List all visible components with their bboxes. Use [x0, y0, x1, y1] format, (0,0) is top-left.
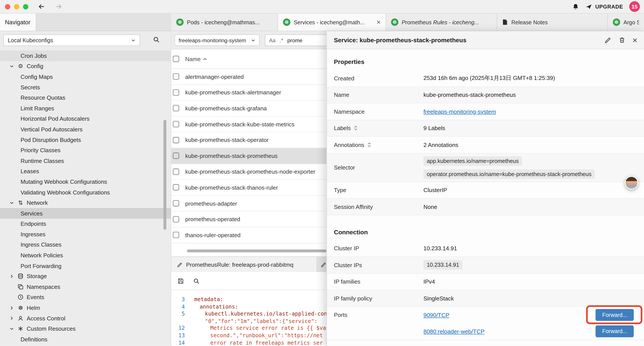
table-row[interactable]: kube-prometheus-stack-thanos-ruler — [171, 180, 326, 196]
match-case-toggle[interactable]: Aa — [269, 37, 276, 43]
sidebar-item-endpoints[interactable]: Endpoints — [0, 219, 171, 229]
save-icon[interactable] — [177, 278, 184, 284]
sidebar-item-ingress-classes[interactable]: Ingress Classes — [0, 240, 171, 250]
sidebar-item-network-policies[interactable]: Network Policies — [0, 250, 171, 261]
horizontal-scrollbar-thumb[interactable] — [187, 249, 326, 252]
row-checkbox[interactable] — [173, 153, 179, 159]
notification-count-badge[interactable]: 15 — [629, 1, 640, 12]
edit-icon[interactable] — [604, 36, 612, 43]
namespace-selector[interactable]: freeleaps-monitoring-system — [174, 34, 260, 46]
sidebar-item-leases[interactable]: Leases — [0, 166, 171, 177]
sidebar-item-priority-classes[interactable]: Priority Classes — [0, 145, 171, 155]
sidebar-search-icon[interactable] — [153, 36, 160, 43]
sidebar-item-namespaces[interactable]: Namespaces — [0, 281, 171, 292]
kubeconfig-selector[interactable]: Local Kubeconfigs — [3, 34, 140, 46]
row-checkbox[interactable] — [173, 184, 179, 191]
expand-toggle-icon[interactable] — [354, 125, 358, 131]
chevron-down-icon[interactable] — [9, 201, 14, 205]
sidebar-item-custom-resources[interactable]: Custom Resources — [0, 324, 171, 334]
tab-prometheus-rules-icecheng[interactable]: ☸Prometheus Rules - icecheng... — [386, 13, 497, 31]
value-link[interactable]: freeleaps-monitoring-system — [424, 108, 496, 115]
row-checkbox[interactable] — [173, 200, 179, 206]
table-row[interactable]: alertmanager-operated — [171, 69, 326, 85]
close-icon[interactable]: × — [632, 36, 638, 44]
sidebar-item-secrets[interactable]: Secrets — [0, 82, 171, 92]
sidebar-item-services[interactable]: Services — [0, 208, 171, 219]
close-tab-icon[interactable]: × — [376, 19, 381, 26]
user-avatar[interactable] — [625, 176, 638, 190]
row-checkbox[interactable] — [173, 137, 179, 143]
tab-argo-s[interactable]: ☸Argo S — [608, 13, 644, 31]
select-all-checkbox[interactable] — [173, 56, 179, 62]
table-row[interactable]: kube-prometheus-stack-operator — [171, 132, 326, 148]
chevron-right-icon[interactable] — [9, 316, 14, 321]
port-link[interactable]: 9090/TCP — [424, 312, 449, 318]
port-link[interactable]: 8080:reloader-web/TCP — [424, 328, 485, 335]
row-checkbox[interactable] — [173, 216, 179, 222]
chevron-right-icon[interactable] — [9, 306, 14, 310]
dock-tab-prometheusrule[interactable]: PrometheusRule: freeleaps-prod-rabbitmq — [171, 257, 317, 272]
table-row[interactable]: kube-prometheus-stack-kube-state-metrics — [171, 116, 326, 132]
sidebar-item-helm[interactable]: ☸Helm — [0, 303, 171, 313]
table-row[interactable]: kube-prometheus-stack-grafana — [171, 100, 326, 116]
tab-release-notes[interactable]: Release Notes — [497, 13, 608, 31]
row-checkbox[interactable] — [173, 105, 179, 111]
sidebar-item-horizontal-pod-autoscalers[interactable]: Horizontal Pod Autoscalers — [0, 113, 171, 124]
tab-services-icecheng-math[interactable]: ☸Services - icecheng@math...× — [278, 13, 386, 31]
sidebar-item-storage[interactable]: Storage — [0, 271, 171, 282]
sidebar-item-runtime-classes[interactable]: Runtime Classes — [0, 155, 171, 166]
sidebar-item-config-maps[interactable]: Config Maps — [0, 71, 171, 82]
drawer-row-name: Namekube-prometheus-stack-prometheus — [327, 87, 644, 103]
window-minimize-button[interactable] — [14, 4, 19, 9]
notifications-bell-icon[interactable] — [572, 3, 579, 10]
sidebar-item-network[interactable]: ⇅Network — [0, 198, 171, 208]
chevron-down-icon[interactable] — [9, 327, 14, 331]
row-checkbox[interactable] — [173, 169, 179, 175]
table-row[interactable]: prometheus-adapter — [171, 196, 326, 211]
regex-toggle[interactable]: .* — [280, 37, 283, 43]
row-checkbox[interactable] — [173, 74, 179, 80]
table-row[interactable]: kube-prometheus-stack-prometheus — [171, 148, 326, 164]
expand-toggle-icon[interactable] — [367, 142, 371, 148]
sidebar-item-resource-quotas[interactable]: Resource Quotas — [0, 92, 171, 103]
kubeconfig-selector-value: Local Kubeconfigs — [8, 37, 53, 43]
sidebar-item-events[interactable]: Events — [0, 292, 171, 303]
drawer-row-value: 2 Annotations — [424, 141, 634, 148]
trash-icon[interactable] — [618, 36, 625, 43]
sidebar-item-limit-ranges[interactable]: Limit Ranges — [0, 103, 171, 113]
sidebar-item-validating-webhook-configurations[interactable]: Validating Webhook Configurations — [0, 187, 171, 198]
window-zoom-button[interactable] — [23, 4, 28, 9]
forward-button[interactable]: Forward... — [596, 326, 634, 337]
editor-search-icon[interactable] — [193, 278, 200, 284]
row-checkbox[interactable] — [173, 89, 179, 95]
table-row[interactable]: thanos-ruler-operated — [171, 227, 326, 243]
name-column-header[interactable]: Name — [185, 56, 207, 62]
sidebar-scrollbar-thumb[interactable] — [164, 120, 166, 230]
back-button[interactable] — [38, 2, 46, 10]
forward-button[interactable] — [54, 2, 63, 10]
sidebar-item-vertical-pod-autoscalers[interactable]: Vertical Pod Autoscalers — [0, 124, 171, 134]
upgrade-button[interactable]: UPGRADE — [585, 3, 623, 10]
navigator-tab[interactable]: Navigator — [0, 13, 36, 31]
table-row[interactable]: kube-prometheus-stack-alertmanager — [171, 85, 326, 100]
sidebar-item-definitions[interactable]: Definitions — [0, 334, 171, 345]
sidebar-item-port-forwarding[interactable]: Port Forwarding — [0, 261, 171, 271]
sidebar-item-config[interactable]: ⚙Config — [0, 61, 171, 71]
window-close-button[interactable] — [5, 4, 10, 9]
sidebar-item-pod-disruption-budgets[interactable]: Pod Disruption Budgets — [0, 134, 171, 145]
chevron-down-icon[interactable] — [9, 64, 14, 68]
row-checkbox[interactable] — [173, 232, 179, 238]
sidebar-item-access-control[interactable]: Access Control — [0, 313, 171, 324]
yaml-editor[interactable]: 3metadata:4annotations:5kubectl.kubernet… — [171, 290, 326, 346]
row-checkbox[interactable] — [173, 121, 179, 127]
sidebar-item-cron-jobs[interactable]: Cron Jobs — [0, 50, 171, 61]
tab-pods-icecheng-mathmas[interactable]: ☸Pods - icecheng@mathmas... — [171, 13, 278, 31]
table-row[interactable]: kube-prometheus-stack-prometheus-node-ex… — [171, 164, 326, 180]
table-row[interactable]: prometheus-operated — [171, 212, 326, 227]
forward-button[interactable]: Forward... — [596, 309, 634, 321]
sidebar-item-ingresses[interactable]: Ingresses — [0, 229, 171, 240]
dock-tab-partial[interactable] — [321, 262, 326, 267]
search-input[interactable]: Aa .* prome — [265, 34, 326, 46]
chevron-right-icon[interactable] — [9, 274, 14, 279]
sidebar-item-mutating-webhook-configurations[interactable]: Mutating Webhook Configurations — [0, 177, 171, 187]
